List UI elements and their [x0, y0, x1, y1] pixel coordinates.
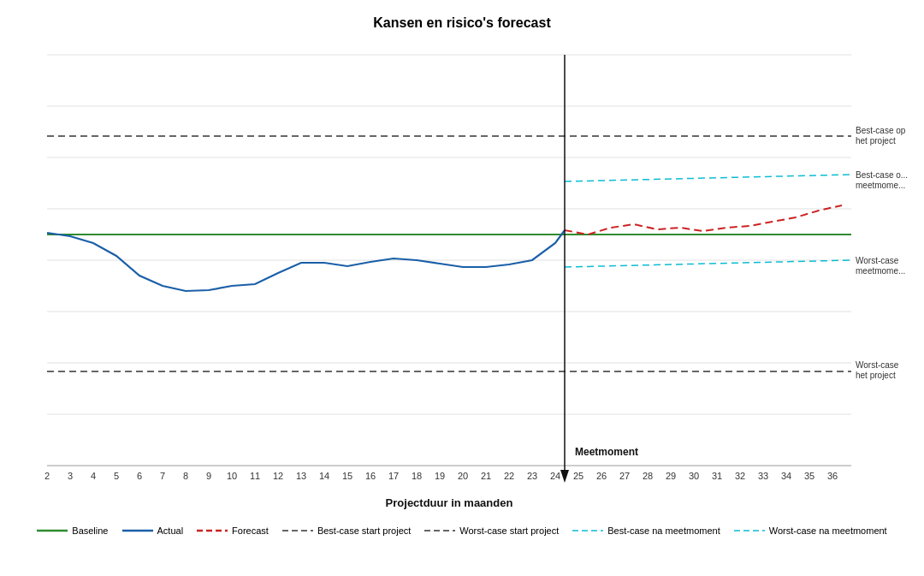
best-case-meet-label: Best-case o...	[856, 170, 908, 180]
svg-text:het project: het project	[856, 136, 896, 145]
legend-baseline: Baseline	[37, 526, 108, 536]
svg-text:24: 24	[550, 471, 560, 481]
svg-text:25: 25	[573, 471, 583, 481]
legend-forecast: Forecast	[197, 526, 269, 536]
svg-line-13	[565, 175, 851, 181]
legend-actual: Actual	[122, 526, 184, 536]
svg-text:9: 9	[206, 471, 211, 481]
svg-text:3: 3	[68, 471, 73, 481]
svg-text:26: 26	[596, 471, 607, 481]
svg-text:32: 32	[735, 471, 745, 481]
svg-text:18: 18	[412, 471, 422, 481]
svg-text:34: 34	[781, 471, 791, 481]
svg-text:31: 31	[712, 471, 722, 481]
legend-best-case-start: Best-case start project	[282, 526, 411, 536]
svg-text:5: 5	[114, 471, 119, 481]
svg-text:30: 30	[689, 471, 699, 481]
worst-case-project-label: Worst-case	[856, 360, 899, 370]
svg-text:7: 7	[160, 471, 165, 481]
x-axis-label: Projectduur in maanden	[386, 496, 513, 509]
meetmoment-label: Meetmoment	[575, 446, 638, 458]
svg-text:29: 29	[666, 471, 676, 481]
chart-container: Kansen en risico's forecast	[0, 0, 924, 576]
legend-actual-label: Actual	[157, 526, 184, 536]
legend: Baseline Actual Forecast Best-case start…	[0, 526, 924, 536]
best-case-project-label: Best-case op	[856, 126, 906, 135]
svg-text:23: 23	[527, 471, 537, 481]
svg-text:27: 27	[619, 471, 630, 481]
svg-text:10: 10	[227, 471, 237, 481]
svg-text:33: 33	[758, 471, 768, 481]
svg-text:20: 20	[458, 471, 468, 481]
svg-text:8: 8	[183, 471, 188, 481]
svg-text:36: 36	[827, 471, 838, 481]
legend-worst-case-start-label: Worst-case start project	[459, 526, 559, 536]
legend-worst-case-meet: Worst-case na meetmoment	[734, 526, 887, 536]
svg-text:17: 17	[388, 471, 399, 481]
svg-text:14: 14	[319, 471, 329, 481]
svg-text:2: 2	[44, 471, 50, 481]
svg-text:12: 12	[273, 471, 283, 481]
svg-text:11: 11	[250, 471, 260, 481]
svg-text:19: 19	[435, 471, 445, 481]
worst-case-meet-label: Worst-case	[856, 256, 899, 265]
legend-best-case-start-label: Best-case start project	[317, 526, 411, 536]
svg-text:16: 16	[365, 471, 376, 481]
svg-text:meetmome...: meetmome...	[856, 181, 905, 190]
legend-forecast-label: Forecast	[232, 526, 269, 536]
chart-title: Kansen en risico's forecast	[0, 0, 924, 38]
svg-line-14	[565, 260, 851, 267]
svg-text:22: 22	[504, 471, 514, 481]
svg-rect-0	[47, 46, 851, 466]
svg-text:4: 4	[91, 471, 96, 481]
svg-text:6: 6	[137, 471, 142, 481]
legend-best-case-meet-label: Best-case na meetmoment	[607, 526, 720, 536]
svg-text:21: 21	[481, 471, 491, 481]
svg-text:meetmome...: meetmome...	[856, 266, 905, 276]
svg-text:35: 35	[804, 471, 814, 481]
legend-worst-case-start: Worst-case start project	[424, 526, 559, 536]
svg-marker-17	[560, 470, 569, 483]
svg-text:13: 13	[296, 471, 306, 481]
svg-text:15: 15	[342, 471, 352, 481]
legend-worst-case-meet-label: Worst-case na meetmoment	[769, 526, 887, 536]
svg-text:28: 28	[643, 471, 653, 481]
legend-baseline-label: Baseline	[72, 526, 108, 536]
svg-text:het project: het project	[856, 371, 896, 380]
legend-best-case-meet: Best-case na meetmoment	[572, 526, 720, 536]
